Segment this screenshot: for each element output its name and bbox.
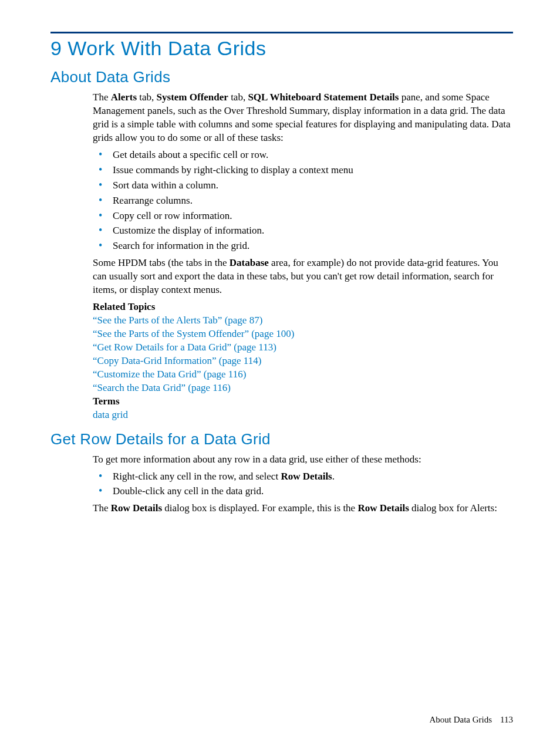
- text: tab,: [228, 92, 248, 103]
- list-item: Issue commands by right-clicking to disp…: [93, 164, 513, 177]
- section-get-row-details-heading: Get Row Details for a Data Grid: [50, 430, 513, 448]
- list-item: Double-click any cell in the data grid.: [93, 485, 513, 498]
- text: dialog box is displayed. For example, th…: [162, 502, 357, 514]
- section-get-row-details-body: To get more information about any row in…: [93, 453, 513, 516]
- section-about-data-grids-body: The Alerts tab, System Offender tab, SQL…: [93, 91, 513, 422]
- footer-page-number: 113: [500, 715, 513, 724]
- chapter-title: 9 Work With Data Grids: [50, 37, 513, 60]
- text-bold: Row Details: [281, 471, 332, 482]
- list-item-text: Double-click any cell in the data grid.: [113, 485, 264, 497]
- list-item-text: Customize the display of information.: [113, 225, 264, 236]
- list-item-text: Copy cell or row information.: [113, 210, 232, 221]
- method-bullet-list: Right-click any cell in the row, and sel…: [93, 470, 513, 499]
- intro-paragraph: To get more information about any row in…: [93, 453, 513, 467]
- footer-section-name: About Data Grids: [429, 715, 492, 724]
- list-item: Right-click any cell in the row, and sel…: [93, 470, 513, 484]
- list-item: Get details about a specific cell or row…: [93, 148, 513, 162]
- related-topics-heading: Related Topics: [93, 301, 513, 314]
- text: Some HPDM tabs (the tabs in the: [93, 257, 230, 268]
- feature-bullet-list: Get details about a specific cell or row…: [93, 148, 513, 254]
- list-item-text: Issue commands by right-clicking to disp…: [113, 164, 353, 175]
- list-item: Copy cell or row information.: [93, 210, 513, 223]
- related-link[interactable]: “Get Row Details for a Data Grid” (page …: [93, 342, 276, 353]
- page: 9 Work With Data Grids About Data Grids …: [0, 0, 560, 746]
- top-rule: [50, 32, 513, 33]
- list-item-text: Search for information in the grid.: [113, 240, 249, 251]
- term-link[interactable]: data grid: [93, 409, 128, 420]
- after-paragraph: The Row Details dialog box is displayed.…: [93, 502, 513, 515]
- section-about-data-grids-heading: About Data Grids: [50, 68, 513, 86]
- text: tab,: [137, 92, 157, 103]
- text-bold: Row Details: [357, 502, 409, 514]
- intro-paragraph: The Alerts tab, System Offender tab, SQL…: [93, 91, 513, 145]
- list-item: Sort data within a column.: [93, 179, 513, 193]
- related-link[interactable]: “Customize the Data Grid” (page 116): [93, 369, 246, 380]
- text: The: [93, 92, 111, 103]
- list-item: Customize the display of information.: [93, 224, 513, 238]
- text-bold: SQL Whiteboard Statement Details: [248, 92, 399, 103]
- text: The: [93, 502, 111, 514]
- note-paragraph: Some HPDM tabs (the tabs in the Database…: [93, 256, 513, 297]
- related-link[interactable]: “Search the Data Grid” (page 116): [93, 382, 231, 393]
- related-link[interactable]: “See the Parts of the System Offender” (…: [93, 328, 294, 339]
- list-item: Rearrange columns.: [93, 194, 513, 208]
- text-bold: Row Details: [111, 502, 162, 514]
- page-footer: About Data Grids113: [429, 715, 513, 725]
- related-link[interactable]: “Copy Data-Grid Information” (page 114): [93, 355, 261, 366]
- terms-heading: Terms: [93, 395, 513, 409]
- related-link[interactable]: “See the Parts of the Alerts Tab” (page …: [93, 315, 262, 326]
- list-item-text: Rearrange columns.: [113, 195, 193, 206]
- text: Right-click any cell in the row, and sel…: [113, 471, 281, 482]
- related-topics-block: Related Topics “See the Parts of the Ale…: [93, 301, 513, 421]
- text-bold: Alerts: [111, 92, 137, 103]
- list-item-text: Sort data within a column.: [113, 180, 218, 191]
- list-item: Search for information in the grid.: [93, 239, 513, 253]
- text: dialog box for Alerts:: [409, 502, 497, 514]
- list-item-text: Get details about a specific cell or row…: [113, 149, 268, 160]
- text-bold: System Offender: [157, 92, 228, 103]
- text-bold: Database: [230, 257, 269, 268]
- text: .: [332, 471, 335, 482]
